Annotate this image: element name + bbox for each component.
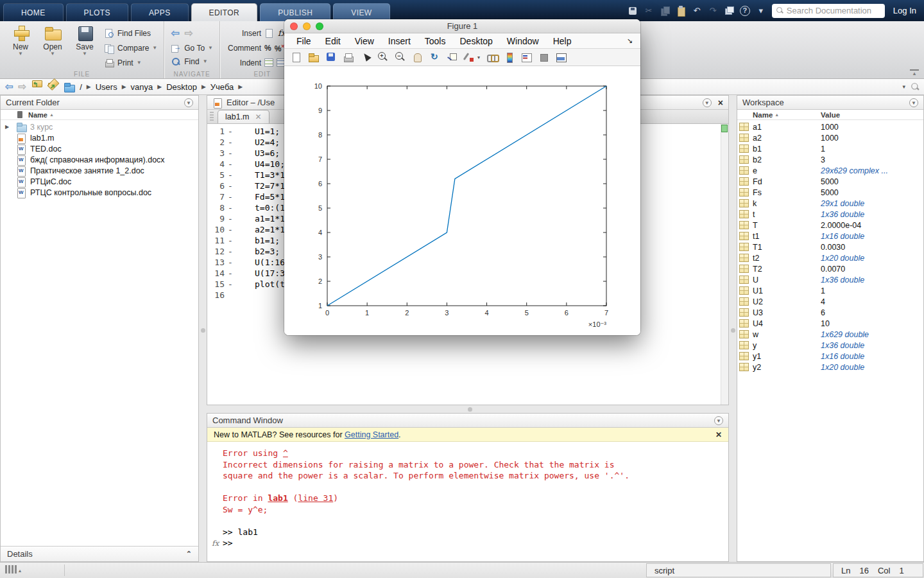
center-splitter[interactable] <box>207 405 729 413</box>
compare-button[interactable]: Compare▼ <box>104 41 157 55</box>
file-item[interactable]: бжд( справочная информация).docx <box>1 154 198 165</box>
zoom-window-icon[interactable] <box>316 22 323 30</box>
breadcrumb-segment-0[interactable]: / <box>80 82 82 92</box>
expand-folder-icon[interactable]: ▶ <box>5 124 9 130</box>
toolstrip-tab-editor[interactable]: EDITOR <box>191 3 258 21</box>
rotate-3d-icon[interactable] <box>429 52 440 62</box>
workspace-row[interactable]: t1x36 double <box>737 209 923 220</box>
workspace-row[interactable]: y11x16 double <box>737 351 923 362</box>
figure-menu-insert[interactable]: Insert <box>381 36 418 46</box>
figure-menu-window[interactable]: Window <box>500 36 546 46</box>
show-plot-tools-icon[interactable] <box>556 52 567 62</box>
toolstrip-tab-home[interactable]: HOME <box>3 3 64 21</box>
file-item[interactable]: lab1.m <box>1 132 198 143</box>
editor-panel-menu-icon[interactable]: ▼ <box>703 98 712 107</box>
insert-section-icon[interactable] <box>264 28 275 38</box>
figure-menu-desktop[interactable]: Desktop <box>452 36 499 46</box>
figure-menu-help[interactable]: Help <box>546 36 579 46</box>
console-output[interactable]: Error using ^Incorrect dimensions for ra… <box>207 442 728 561</box>
workspace-row[interactable]: U1x36 double <box>737 274 923 285</box>
data-cursor-icon[interactable] <box>447 52 458 62</box>
error-link[interactable]: ^ <box>283 448 288 458</box>
command-window-menu-icon[interactable]: ▼ <box>714 416 723 425</box>
paste-icon[interactable] <box>676 6 686 16</box>
back-arrow-icon[interactable]: ⇦ <box>171 28 179 39</box>
save-icon[interactable] <box>628 6 638 16</box>
close-window-icon[interactable] <box>290 22 298 30</box>
workspace-row[interactable]: T20.0070 <box>737 263 923 274</box>
comment-icon[interactable]: % <box>264 44 271 53</box>
workspace-name-column[interactable]: Name ▲ <box>737 111 821 119</box>
file-item[interactable]: Практическое занятие 1_2.doc <box>1 165 198 176</box>
file-item[interactable]: TED.doc <box>1 143 198 154</box>
path-back-icon[interactable]: ⇦ <box>5 82 13 92</box>
browse-folder-icon[interactable] <box>47 82 58 92</box>
figure-menu-file[interactable]: File <box>289 36 318 46</box>
workspace-row[interactable]: a21000 <box>737 132 923 143</box>
getting-started-link[interactable]: Getting Started <box>345 430 398 439</box>
workspace-row[interactable]: T2.0000e-04 <box>737 220 923 231</box>
figure-plot-area[interactable]: 0123456712345678910×10⁻³ <box>284 66 640 335</box>
path-dropdown-icon[interactable]: ▾ <box>902 83 905 90</box>
new-figure-icon[interactable] <box>291 52 302 62</box>
toolstrip-tab-plots[interactable]: PLOTS <box>66 3 128 21</box>
path-search-icon[interactable] <box>911 83 920 91</box>
login-button[interactable]: Log In <box>893 6 916 15</box>
up-one-level-icon[interactable] <box>31 82 42 92</box>
undo-icon[interactable]: ↶ <box>692 6 702 16</box>
smart-indent-icon[interactable] <box>264 58 273 67</box>
workspace-row[interactable]: U410 <box>737 318 923 329</box>
right-splitter[interactable] <box>729 95 737 562</box>
breadcrumb-segment-1[interactable]: Users <box>96 82 117 92</box>
left-splitter[interactable] <box>199 95 207 562</box>
print-figure-icon[interactable] <box>343 52 354 62</box>
zoom-in-icon[interactable] <box>377 52 388 62</box>
file-item[interactable]: РТЦиС.doc <box>1 176 198 187</box>
figure-menu-edit[interactable]: Edit <box>318 36 348 46</box>
search-documentation-box[interactable]: Search Documentation <box>772 4 885 18</box>
help-icon[interactable]: ? <box>740 6 750 16</box>
forward-arrow-icon[interactable]: ⇨ <box>185 28 193 39</box>
workspace-row[interactable]: U24 <box>737 296 923 307</box>
details-bar[interactable]: Details ⌃ <box>1 546 198 561</box>
workspace-menu-icon[interactable]: ▼ <box>909 98 918 107</box>
hide-plot-tools-icon[interactable] <box>538 52 549 62</box>
pan-icon[interactable] <box>412 52 423 62</box>
breadcrumb-segment-2[interactable]: vanya <box>131 82 153 92</box>
collapse-details-icon[interactable]: ⌃ <box>186 550 192 558</box>
workspace-row[interactable]: T10.0030 <box>737 241 923 252</box>
edit-cursor-icon[interactable] <box>360 52 371 62</box>
workspace-row[interactable]: b11 <box>737 143 923 154</box>
panel-menu-icon[interactable]: ▼ <box>184 98 193 107</box>
layout-toggle-icon[interactable]: ▴ <box>5 565 21 574</box>
workspace-row[interactable]: b23 <box>737 154 923 165</box>
workspace-row[interactable]: Fs5000 <box>737 187 923 198</box>
link-plot-icon[interactable] <box>486 52 497 62</box>
collapse-ribbon-icon[interactable]: ▴ <box>910 69 919 76</box>
workspace-row[interactable]: w1x629 double <box>737 329 923 340</box>
breadcrumb-segment-4[interactable]: Учеба <box>210 82 234 92</box>
workspace-row[interactable]: y21x20 double <box>737 362 923 372</box>
workspace-row[interactable]: a11000 <box>737 121 923 132</box>
workspace-row[interactable]: t11x16 double <box>737 231 923 241</box>
workspace-row[interactable]: Fd5000 <box>737 176 923 187</box>
figure-titlebar[interactable]: Figure 1 <box>284 19 640 33</box>
zoom-out-icon[interactable] <box>395 52 406 62</box>
file-item[interactable]: РТЦС контрольные вопросы.doc <box>1 187 198 198</box>
banner-close-icon[interactable]: ✕ <box>715 430 722 439</box>
workspace-value-column[interactable]: Value <box>821 111 840 119</box>
insert-colorbar-icon[interactable] <box>504 52 515 62</box>
toolstrip-tab-apps[interactable]: APPS <box>131 3 189 21</box>
name-column-header[interactable]: Name ▲ <box>1 110 198 120</box>
switch-window-icon[interactable] <box>724 6 734 16</box>
uncomment-icon[interactable]: % <box>275 43 285 53</box>
find-files-button[interactable]: Find Files <box>104 26 157 40</box>
new-button[interactable]: New▼ <box>6 24 35 69</box>
workspace-row[interactable]: y1x36 double <box>737 340 923 351</box>
go-to-button[interactable]: Go To▼ <box>171 41 213 55</box>
save-button[interactable]: Save▼ <box>71 24 99 69</box>
figure-menu-tools[interactable]: Tools <box>418 36 453 46</box>
error-link[interactable]: line 31 <box>298 493 333 503</box>
editor-close-icon[interactable]: × <box>718 98 723 107</box>
open-button[interactable]: Open▼ <box>38 24 67 69</box>
